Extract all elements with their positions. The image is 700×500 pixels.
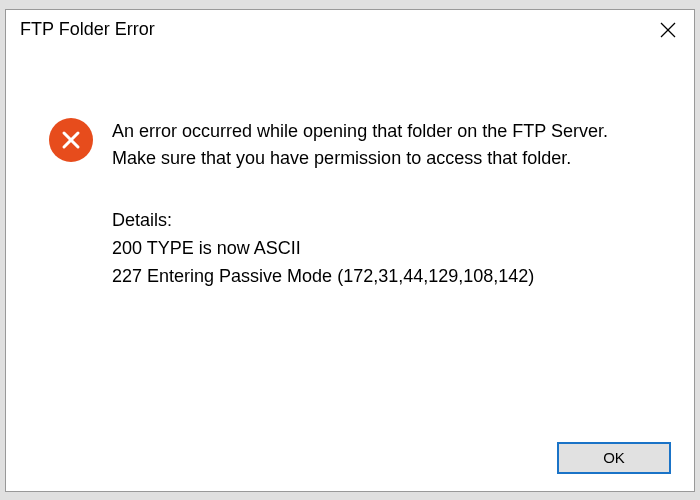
error-icon — [49, 118, 93, 162]
details-line-2: 227 Entering Passive Mode (172,31,44,129… — [112, 262, 654, 291]
icon-column — [36, 118, 106, 411]
close-icon — [660, 22, 676, 38]
text-column: An error occurred while opening that fol… — [106, 118, 664, 411]
error-dialog: FTP Folder Error An error occurred while… — [5, 9, 695, 492]
dialog-content: An error occurred while opening that fol… — [6, 48, 694, 431]
details-line-1: 200 TYPE is now ASCII — [112, 234, 654, 263]
close-button[interactable] — [656, 18, 680, 42]
error-message: An error occurred while opening that fol… — [112, 118, 654, 172]
dialog-title: FTP Folder Error — [20, 19, 155, 40]
titlebar: FTP Folder Error — [6, 10, 694, 48]
ok-button[interactable]: OK — [558, 443, 670, 473]
button-row: OK — [6, 431, 694, 491]
details-label: Details: — [112, 207, 654, 234]
